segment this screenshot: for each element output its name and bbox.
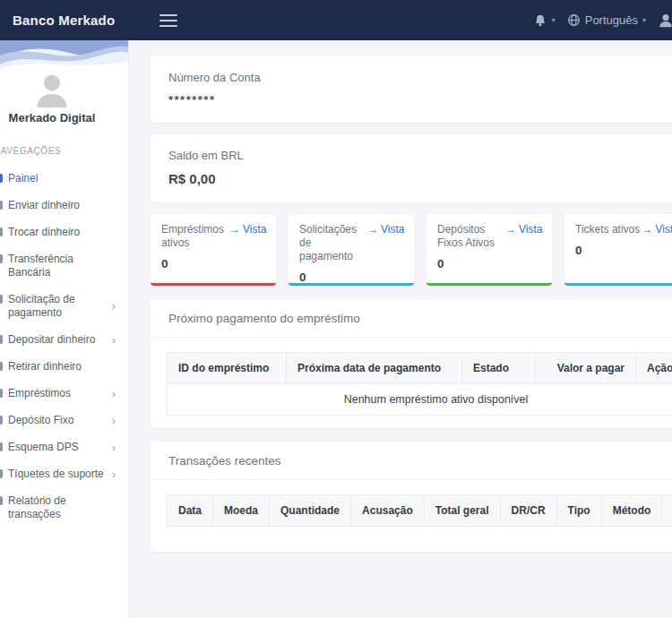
loan-payment-card: Próximo pagamento do empréstimo ID do em… [151,299,672,428]
stat-card-top: Tickets ativos→Vista [575,223,672,236]
sidebar-item-icon [0,201,3,210]
column-header-id-do-emprestimo: ID do empréstimo [168,353,287,384]
column-header-total-geral: Total geral [424,495,500,527]
stat-card-title: Empréstimos ativos [161,223,229,250]
sidebar-item-trocar-dinheiro[interactable]: Trocar dinheiro [0,219,128,245]
view-link[interactable]: →Vista [505,223,542,250]
sidebar-item-label: Depositar dinheiro [8,333,108,347]
sidebar-item-retirar-dinheiro[interactable]: Retirar dinheiro [0,353,128,380]
loan-table-wrap: ID do empréstimoPróxima data de pagament… [151,338,672,428]
user-icon [658,13,672,29]
transactions-table-header-row: DataMoedaQuantidadeAcusaçãoTotal geralDR… [168,495,672,527]
sidebar-item-emprestimos[interactable]: Empréstimos› [0,380,128,407]
arrow-right-icon: → [229,223,240,236]
top-navbar: Banco Merkado ▾ Português ▾ [0,0,672,40]
sidebar-item-label: Relatório de transações [8,494,116,521]
table-row: Nenhum empréstimo ativo disponível [168,384,672,416]
column-header-dr-cr: DR/CR [500,495,556,527]
transactions-table-wrap: DataMoedaQuantidadeAcusaçãoTotal geralDR… [151,480,672,552]
sidebar-item-esquema-dps[interactable]: Esquema DPS› [0,433,128,460]
column-header-data: Data [168,495,213,527]
chevron-right-icon: › [112,388,116,399]
arrow-right-icon: → [642,223,653,236]
sidebar-item-label: Trocar dinheiro [8,226,116,239]
sidebar-item-relatorio-de-transacoes[interactable]: Relatório de transações [0,487,128,528]
loan-table-header-row: ID do empréstimoPróxima data de pagament… [168,353,672,384]
bell-icon [533,13,547,28]
column-header-valor-a-pagar: Valor a pagar [536,353,636,384]
notifications-button[interactable]: ▾ [533,13,556,28]
sidebar-item-label: Retirar dinheiro [8,360,116,373]
globe-icon [567,13,581,27]
loan-table: ID do empréstimoPróxima data de pagament… [167,352,672,416]
chevron-right-icon: › [112,334,116,346]
caret-down-icon: ▾ [552,17,556,24]
sidebar-item-label: Painel [8,172,116,185]
nav-section-label: NAVEGAÇÕES [0,146,128,156]
stat-card-title: Depósitos Fixos Ativos [437,223,505,250]
sidebar-item-icon [0,469,3,478]
arrow-right-icon: → [505,223,516,236]
language-selector[interactable]: Português ▾ [567,13,646,27]
sidebar-item-solicitacao-de-pagamento[interactable]: Solicitação de pagamento› [0,286,128,326]
account-number-value: ******** [168,93,672,107]
sidebar-item-painel[interactable]: Painel [0,165,128,192]
sidebar-item-icon [0,442,3,451]
stat-card-value: 0 [437,257,541,270]
sidebar-item-label: Esquema DPS [8,441,108,454]
stat-card-top: Depósitos Fixos Ativos→Vista [437,223,541,250]
transactions-card: Transações recentes DataMoedaQuantidadeA… [151,442,672,552]
sidebar-item-icon [0,389,3,398]
avatar [34,72,70,107]
transactions-section-title: Transações recentes [151,442,672,480]
sidebar-item-icon [0,174,3,183]
balance-value: R$ 0,00 [168,171,672,186]
chevron-right-icon: › [112,300,116,312]
chevron-right-icon: › [112,468,116,480]
column-header-metodo: Método [601,495,662,527]
sidebar-item-tiquetes-de-suporte[interactable]: Tíquetes de suporte› [0,460,128,487]
transactions-table: DataMoedaQuantidadeAcusaçãoTotal geralDR… [167,494,672,527]
menu-toggle-button[interactable] [156,11,181,30]
view-link-label: Vista [381,223,404,236]
sidebar-item-label: Solicitação de pagamento [8,293,108,320]
account-number-card: Número da Conta ******** [151,56,672,123]
column-header-proxima-data-de-pagamento: Próxima data de pagamento [287,353,462,384]
column-header-quantidade: Quantidade [270,495,351,527]
sidebar: Merkado Digital NAVEGAÇÕES PainelEnviar … [0,40,128,618]
navbar-right: ▾ Português ▾ [521,13,663,29]
app-title: Banco Merkado [13,13,115,28]
column-header-estado: Estado [462,353,536,384]
sidebar-item-label: Tíquetes de suporte [8,468,108,481]
sidebar-item-icon [0,227,3,236]
column-header-tipo: Tipo [556,495,601,527]
sidebar-item-depositar-dinheiro[interactable]: Depositar dinheiro› [0,326,128,353]
arrow-right-icon: → [367,223,378,236]
column-header-estado: Estado [662,495,672,527]
loan-section-title: Próximo pagamento do empréstimo [151,299,672,338]
stat-card-top: Empréstimos ativos→Vista [161,223,265,250]
stat-card-value: 0 [299,270,403,284]
chevron-right-icon: › [112,415,116,426]
stat-card-title: Tickets ativos [575,223,640,236]
stat-card-value: 0 [575,244,672,257]
language-label: Português [585,13,638,27]
caret-down-icon: ▾ [642,17,646,24]
column-header-acusacao: Acusação [351,495,425,527]
view-link-label: Vista [656,223,672,236]
view-link[interactable]: →Vista [229,223,266,250]
sidebar-item-enviar-dinheiro[interactable]: Enviar dinheiro [0,192,128,219]
profile-name: Merkado Digital [0,111,104,124]
sidebar-item-label: Empréstimos [8,387,108,400]
sidebar-item-deposito-fixo[interactable]: Depósito Fixo› [0,407,128,433]
sidebar-item-transferencia-bancaria[interactable]: Transferência Bancária [0,245,128,286]
view-link-label: Vista [243,223,266,236]
view-link[interactable]: →Vista [367,223,404,263]
user-menu-button[interactable] [658,13,672,29]
sidebar-item-icon [0,362,3,371]
loan-empty-cell: Nenhum empréstimo ativo disponível [168,384,672,416]
sidebar-item-icon [0,295,3,304]
sidebar-item-label: Depósito Fixo [8,414,108,427]
view-link[interactable]: →Vista [642,223,672,236]
stat-card-emprestimos-ativos: Empréstimos ativos→Vista0 [151,214,276,286]
